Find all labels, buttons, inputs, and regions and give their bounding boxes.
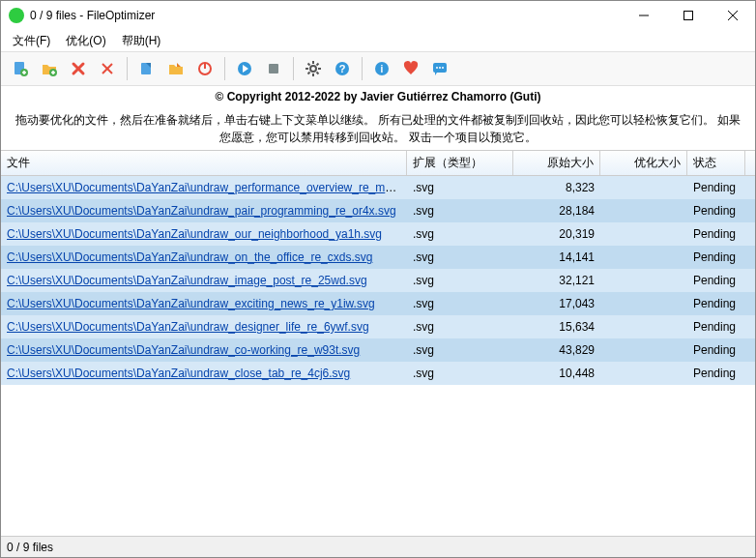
svg-line-25 <box>308 64 310 66</box>
col-header-status[interactable]: 状态 <box>687 151 745 175</box>
add-file-button[interactable] <box>7 55 34 82</box>
col-header-file[interactable]: 文件 <box>1 151 407 175</box>
table-row[interactable]: C:\Users\XU\Documents\DaYanZai\undraw_cl… <box>1 362 755 385</box>
file-link[interactable]: C:\Users\XU\Documents\DaYanZai\undraw_cl… <box>7 367 350 380</box>
table-row[interactable]: C:\Users\XU\Documents\DaYanZai\undraw_on… <box>1 246 755 269</box>
stop-button[interactable] <box>260 55 287 82</box>
file-link[interactable]: C:\Users\XU\Documents\DaYanZai\undraw_pe… <box>7 181 407 194</box>
cell-opt <box>600 254 687 260</box>
table-row[interactable]: C:\Users\XU\Documents\DaYanZai\undraw_pe… <box>1 176 755 199</box>
cell-file: C:\Users\XU\Documents\DaYanZai\undraw_ex… <box>1 294 407 313</box>
cell-ext: .svg <box>407 248 513 267</box>
cell-ext: .svg <box>407 317 513 337</box>
cell-file: C:\Users\XU\Documents\DaYanZai\undraw_im… <box>1 271 407 290</box>
svg-point-34 <box>436 67 438 69</box>
file-link[interactable]: C:\Users\XU\Documents\DaYanZai\undraw_ex… <box>7 297 375 310</box>
menubar: 文件(F) 优化(O) 帮助(H) <box>1 30 755 51</box>
power-button[interactable] <box>191 55 218 82</box>
col-header-opt[interactable]: 优化大小 <box>600 151 687 175</box>
cell-ext: .svg <box>407 201 513 220</box>
cell-opt <box>600 231 687 237</box>
cell-file: C:\Users\XU\Documents\DaYanZai\undraw_de… <box>1 317 407 337</box>
donate-button[interactable] <box>397 55 424 82</box>
close-button[interactable] <box>711 1 755 30</box>
file-link[interactable]: C:\Users\XU\Documents\DaYanZai\undraw_ou… <box>7 227 382 241</box>
cell-file: C:\Users\XU\Documents\DaYanZai\undraw_ou… <box>1 224 407 244</box>
cell-orig: 43,829 <box>513 340 600 360</box>
toolbar-sep <box>127 57 128 80</box>
app-icon <box>9 8 24 23</box>
cell-ext: .svg <box>407 364 513 383</box>
cell-file: C:\Users\XU\Documents\DaYanZai\undraw_cl… <box>1 364 407 383</box>
add-folder-button[interactable] <box>36 55 63 82</box>
cell-status: Pending <box>687 364 745 383</box>
info-button[interactable]: i <box>368 55 395 82</box>
cell-status: Pending <box>687 271 745 290</box>
col-header-ext[interactable]: 扩展（类型） <box>407 151 513 175</box>
svg-rect-1 <box>684 12 693 20</box>
cell-status: Pending <box>687 294 745 313</box>
cell-ext: .svg <box>407 294 513 313</box>
cell-opt <box>600 301 687 307</box>
clear-button[interactable] <box>94 55 121 82</box>
svg-point-35 <box>439 67 441 69</box>
svg-point-20 <box>310 66 316 72</box>
window-title: 0 / 9 files - FileOptimizer <box>30 9 622 22</box>
cell-ext: .svg <box>407 178 513 197</box>
table-row[interactable]: C:\Users\XU\Documents\DaYanZai\undraw_ou… <box>1 222 755 246</box>
table-row[interactable]: C:\Users\XU\Documents\DaYanZai\undraw_de… <box>1 315 755 338</box>
file-link[interactable]: C:\Users\XU\Documents\DaYanZai\undraw_co… <box>7 343 360 357</box>
toolbar-sep <box>362 57 363 80</box>
cell-opt <box>600 370 687 376</box>
file-link[interactable]: C:\Users\XU\Documents\DaYanZai\undraw_de… <box>7 320 369 334</box>
file-link[interactable]: C:\Users\XU\Documents\DaYanZai\undraw_on… <box>7 250 372 264</box>
cell-ext: .svg <box>407 271 513 290</box>
cell-ext: .svg <box>407 224 513 244</box>
instructions-text: 拖动要优化的文件，然后在准备就绪后，单击右键上下文菜单以继续。 所有已处理的文件… <box>1 107 755 150</box>
menu-file[interactable]: 文件(F) <box>5 31 58 51</box>
table-row[interactable]: C:\Users\XU\Documents\DaYanZai\undraw_pa… <box>1 199 755 222</box>
toolbar-sep <box>224 57 225 80</box>
help-button[interactable]: ? <box>329 55 356 82</box>
cell-orig: 15,634 <box>513 317 600 337</box>
svg-line-27 <box>308 73 310 74</box>
menu-help[interactable]: 帮助(H) <box>114 31 169 51</box>
menu-optimize[interactable]: 优化(O) <box>58 31 113 51</box>
cell-orig: 8,323 <box>513 178 600 197</box>
cell-file: C:\Users\XU\Documents\DaYanZai\undraw_on… <box>1 248 407 267</box>
remove-button[interactable] <box>65 55 92 82</box>
minimize-button[interactable] <box>622 1 666 30</box>
cell-opt <box>600 208 687 214</box>
cell-file: C:\Users\XU\Documents\DaYanZai\undraw_pa… <box>1 201 407 220</box>
cell-orig: 20,319 <box>513 224 600 244</box>
cell-status: Pending <box>687 178 745 197</box>
svg-line-28 <box>317 64 319 66</box>
table-row[interactable]: C:\Users\XU\Documents\DaYanZai\undraw_ex… <box>1 292 755 315</box>
cell-status: Pending <box>687 340 745 360</box>
cell-status: Pending <box>687 317 745 337</box>
open-folder-button[interactable] <box>162 55 189 82</box>
file-grid[interactable]: 文件 扩展（类型） 原始大小 优化大小 状态 C:\Users\XU\Docum… <box>1 150 755 536</box>
cell-opt <box>600 324 687 330</box>
table-row[interactable]: C:\Users\XU\Documents\DaYanZai\undraw_co… <box>1 338 755 362</box>
table-row[interactable]: C:\Users\XU\Documents\DaYanZai\undraw_im… <box>1 269 755 292</box>
cell-orig: 28,184 <box>513 201 600 220</box>
cell-opt <box>600 347 687 353</box>
feedback-button[interactable] <box>426 55 453 82</box>
cell-status: Pending <box>687 248 745 267</box>
file-link[interactable]: C:\Users\XU\Documents\DaYanZai\undraw_pa… <box>7 204 396 218</box>
svg-text:?: ? <box>339 63 346 74</box>
cell-orig: 14,141 <box>513 248 600 267</box>
statusbar: 0 / 9 files <box>1 536 755 557</box>
maximize-button[interactable] <box>666 1 711 30</box>
copy-button[interactable] <box>133 55 160 82</box>
cell-status: Pending <box>687 201 745 220</box>
cell-status: Pending <box>687 224 745 244</box>
svg-line-26 <box>317 73 319 74</box>
col-header-orig[interactable]: 原始大小 <box>513 151 600 175</box>
toolbar: ? i <box>1 51 755 86</box>
settings-button[interactable] <box>300 55 327 82</box>
optimize-button[interactable] <box>231 55 258 82</box>
toolbar-sep <box>293 57 294 80</box>
file-link[interactable]: C:\Users\XU\Documents\DaYanZai\undraw_im… <box>7 274 367 287</box>
